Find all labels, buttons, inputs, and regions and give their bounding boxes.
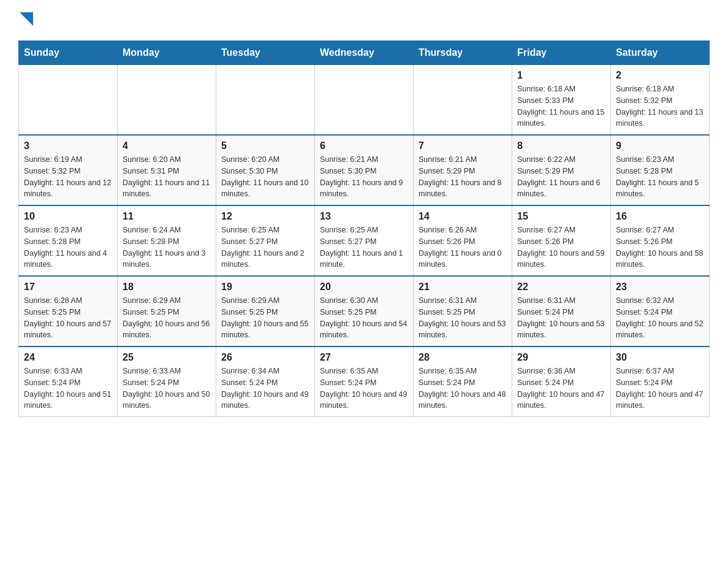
calendar-cell: 17Sunrise: 6:28 AMSunset: 5:25 PMDayligh… xyxy=(19,276,118,347)
calendar-cell: 21Sunrise: 6:31 AMSunset: 5:25 PMDayligh… xyxy=(414,276,512,347)
calendar-cell xyxy=(414,65,512,136)
header-thursday: Thursday xyxy=(414,41,512,65)
day-info: Sunrise: 6:34 AMSunset: 5:24 PMDaylight:… xyxy=(221,366,309,412)
calendar-cell: 11Sunrise: 6:24 AMSunset: 5:28 PMDayligh… xyxy=(118,205,216,276)
day-number: 1 xyxy=(517,70,605,81)
calendar-cell: 19Sunrise: 6:29 AMSunset: 5:25 PMDayligh… xyxy=(216,276,315,347)
day-number: 5 xyxy=(221,140,309,151)
day-number: 27 xyxy=(320,352,408,363)
day-info: Sunrise: 6:25 AMSunset: 5:27 PMDaylight:… xyxy=(221,224,309,270)
calendar-cell: 6Sunrise: 6:21 AMSunset: 5:30 PMDaylight… xyxy=(315,135,414,205)
page-header xyxy=(18,12,710,28)
day-info: Sunrise: 6:31 AMSunset: 5:24 PMDaylight:… xyxy=(517,295,605,341)
calendar-cell xyxy=(216,65,315,136)
day-number: 16 xyxy=(616,211,704,222)
header-wednesday: Wednesday xyxy=(315,41,414,65)
calendar-cell: 13Sunrise: 6:25 AMSunset: 5:27 PMDayligh… xyxy=(315,205,414,276)
calendar-cell: 10Sunrise: 6:23 AMSunset: 5:28 PMDayligh… xyxy=(19,205,118,276)
calendar-cell xyxy=(118,65,216,136)
calendar-cell: 25Sunrise: 6:33 AMSunset: 5:24 PMDayligh… xyxy=(118,347,216,417)
calendar-cell: 5Sunrise: 6:20 AMSunset: 5:30 PMDaylight… xyxy=(216,135,315,205)
day-number: 28 xyxy=(419,352,507,363)
day-number: 23 xyxy=(616,282,704,293)
day-info: Sunrise: 6:20 AMSunset: 5:30 PMDaylight:… xyxy=(221,154,309,200)
calendar-cell: 9Sunrise: 6:23 AMSunset: 5:28 PMDaylight… xyxy=(611,135,710,205)
calendar-cell: 28Sunrise: 6:35 AMSunset: 5:24 PMDayligh… xyxy=(414,347,512,417)
day-info: Sunrise: 6:30 AMSunset: 5:25 PMDaylight:… xyxy=(320,295,408,341)
svg-marker-0 xyxy=(20,12,33,26)
calendar-cell: 7Sunrise: 6:21 AMSunset: 5:29 PMDaylight… xyxy=(414,135,512,205)
day-number: 29 xyxy=(517,352,605,363)
calendar-table: Sunday Monday Tuesday Wednesday Thursday… xyxy=(18,40,710,417)
header-monday: Monday xyxy=(118,41,216,65)
calendar-cell: 16Sunrise: 6:27 AMSunset: 5:26 PMDayligh… xyxy=(611,205,710,276)
calendar-cell: 24Sunrise: 6:33 AMSunset: 5:24 PMDayligh… xyxy=(19,347,118,417)
calendar-cell: 26Sunrise: 6:34 AMSunset: 5:24 PMDayligh… xyxy=(216,347,315,417)
day-number: 7 xyxy=(419,140,507,151)
day-info: Sunrise: 6:24 AMSunset: 5:28 PMDaylight:… xyxy=(123,224,211,270)
day-number: 13 xyxy=(320,211,408,222)
day-info: Sunrise: 6:22 AMSunset: 5:29 PMDaylight:… xyxy=(517,154,605,200)
header-tuesday: Tuesday xyxy=(216,41,315,65)
day-info: Sunrise: 6:21 AMSunset: 5:30 PMDaylight:… xyxy=(320,154,408,200)
calendar-cell: 1Sunrise: 6:18 AMSunset: 5:33 PMDaylight… xyxy=(512,65,611,136)
day-info: Sunrise: 6:33 AMSunset: 5:24 PMDaylight:… xyxy=(123,366,211,412)
day-number: 19 xyxy=(221,282,309,293)
day-info: Sunrise: 6:33 AMSunset: 5:24 PMDaylight:… xyxy=(24,366,112,412)
day-info: Sunrise: 6:23 AMSunset: 5:28 PMDaylight:… xyxy=(616,154,704,200)
day-number: 26 xyxy=(221,352,309,363)
logo xyxy=(18,12,33,28)
day-info: Sunrise: 6:20 AMSunset: 5:31 PMDaylight:… xyxy=(123,154,211,200)
day-number: 20 xyxy=(320,282,408,293)
header-saturday: Saturday xyxy=(611,41,710,65)
calendar-week-row: 10Sunrise: 6:23 AMSunset: 5:28 PMDayligh… xyxy=(19,205,710,276)
calendar-week-row: 1Sunrise: 6:18 AMSunset: 5:33 PMDaylight… xyxy=(19,65,710,136)
day-info: Sunrise: 6:27 AMSunset: 5:26 PMDaylight:… xyxy=(517,224,605,270)
day-number: 4 xyxy=(123,140,211,151)
calendar-cell xyxy=(19,65,118,136)
day-number: 25 xyxy=(123,352,211,363)
day-number: 8 xyxy=(517,140,605,151)
day-number: 22 xyxy=(517,282,605,293)
day-info: Sunrise: 6:37 AMSunset: 5:24 PMDaylight:… xyxy=(616,366,704,412)
day-info: Sunrise: 6:29 AMSunset: 5:25 PMDaylight:… xyxy=(221,295,309,341)
calendar-cell: 22Sunrise: 6:31 AMSunset: 5:24 PMDayligh… xyxy=(512,276,611,347)
calendar-week-row: 17Sunrise: 6:28 AMSunset: 5:25 PMDayligh… xyxy=(19,276,710,347)
day-info: Sunrise: 6:25 AMSunset: 5:27 PMDaylight:… xyxy=(320,224,408,270)
day-info: Sunrise: 6:23 AMSunset: 5:28 PMDaylight:… xyxy=(24,224,112,270)
calendar-week-row: 3Sunrise: 6:19 AMSunset: 5:32 PMDaylight… xyxy=(19,135,710,205)
day-info: Sunrise: 6:32 AMSunset: 5:24 PMDaylight:… xyxy=(616,295,704,341)
day-info: Sunrise: 6:27 AMSunset: 5:26 PMDaylight:… xyxy=(616,224,704,270)
day-info: Sunrise: 6:21 AMSunset: 5:29 PMDaylight:… xyxy=(419,154,507,200)
calendar-header-row: Sunday Monday Tuesday Wednesday Thursday… xyxy=(19,41,710,65)
day-info: Sunrise: 6:19 AMSunset: 5:32 PMDaylight:… xyxy=(24,154,112,200)
calendar-cell: 20Sunrise: 6:30 AMSunset: 5:25 PMDayligh… xyxy=(315,276,414,347)
calendar-cell: 18Sunrise: 6:29 AMSunset: 5:25 PMDayligh… xyxy=(118,276,216,347)
day-info: Sunrise: 6:26 AMSunset: 5:26 PMDaylight:… xyxy=(419,224,507,270)
calendar-week-row: 24Sunrise: 6:33 AMSunset: 5:24 PMDayligh… xyxy=(19,347,710,417)
day-info: Sunrise: 6:18 AMSunset: 5:32 PMDaylight:… xyxy=(616,83,704,129)
day-number: 9 xyxy=(616,140,704,151)
day-number: 6 xyxy=(320,140,408,151)
day-number: 10 xyxy=(24,211,112,222)
day-number: 30 xyxy=(616,352,704,363)
day-number: 2 xyxy=(616,70,704,81)
day-number: 11 xyxy=(123,211,211,222)
day-info: Sunrise: 6:35 AMSunset: 5:24 PMDaylight:… xyxy=(419,366,507,412)
calendar-cell: 29Sunrise: 6:36 AMSunset: 5:24 PMDayligh… xyxy=(512,347,611,417)
calendar-cell: 3Sunrise: 6:19 AMSunset: 5:32 PMDaylight… xyxy=(19,135,118,205)
header-sunday: Sunday xyxy=(19,41,118,65)
day-number: 3 xyxy=(24,140,112,151)
calendar-cell: 30Sunrise: 6:37 AMSunset: 5:24 PMDayligh… xyxy=(611,347,710,417)
calendar-cell: 27Sunrise: 6:35 AMSunset: 5:24 PMDayligh… xyxy=(315,347,414,417)
day-info: Sunrise: 6:35 AMSunset: 5:24 PMDaylight:… xyxy=(320,366,408,412)
day-info: Sunrise: 6:29 AMSunset: 5:25 PMDaylight:… xyxy=(123,295,211,341)
day-info: Sunrise: 6:31 AMSunset: 5:25 PMDaylight:… xyxy=(419,295,507,341)
calendar-cell: 4Sunrise: 6:20 AMSunset: 5:31 PMDaylight… xyxy=(118,135,216,205)
day-number: 21 xyxy=(419,282,507,293)
calendar-cell: 2Sunrise: 6:18 AMSunset: 5:32 PMDaylight… xyxy=(611,65,710,136)
day-info: Sunrise: 6:36 AMSunset: 5:24 PMDaylight:… xyxy=(517,366,605,412)
day-info: Sunrise: 6:28 AMSunset: 5:25 PMDaylight:… xyxy=(24,295,112,341)
day-info: Sunrise: 6:18 AMSunset: 5:33 PMDaylight:… xyxy=(517,83,605,129)
day-number: 17 xyxy=(24,282,112,293)
